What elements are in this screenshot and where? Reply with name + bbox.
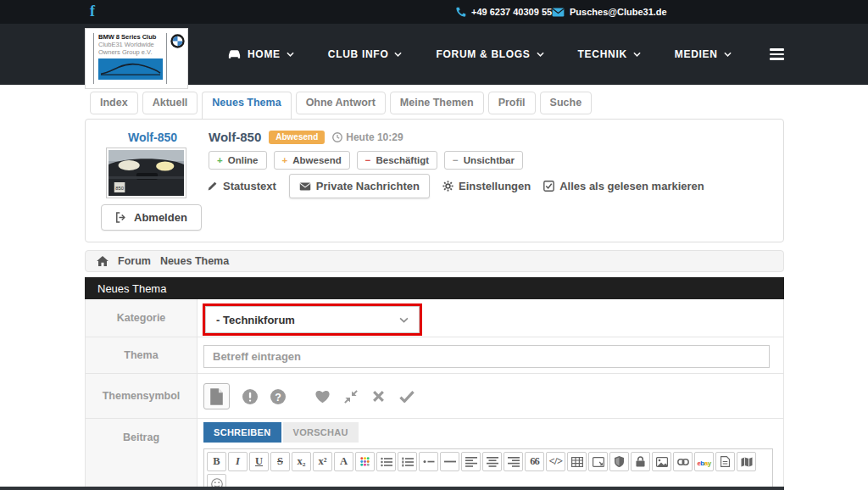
editor-tab-vorschau[interactable]: VORSCHAU [283, 422, 359, 443]
beitrag-row: Beitrag SCHREIBENVORSCHAU BIUSx₂x²A66</>… [86, 419, 783, 490]
status-button-online[interactable]: +Online [209, 151, 267, 170]
toolbar-ebay-button[interactable]: ebay [694, 452, 714, 471]
email-contact[interactable]: Pusches@Clube31.de [552, 0, 667, 24]
toolbar-color-button[interactable] [355, 452, 375, 471]
toolbar-code-button[interactable]: </> [546, 452, 565, 471]
tab-meine-themen[interactable]: Meine Themen [390, 92, 484, 114]
tab-profil[interactable]: Profil [488, 92, 536, 114]
phone-icon [456, 7, 466, 17]
thema-input[interactable] [203, 345, 770, 368]
action-label: Einstellungen [459, 180, 531, 192]
new-topic-form: Kategorie - Technikforum Thema Themens [85, 299, 784, 490]
home-icon[interactable] [97, 256, 108, 266]
times-icon [372, 390, 385, 403]
chevron-down-icon [724, 52, 732, 57]
toolbar-list-ul-button[interactable] [376, 452, 396, 471]
toolbar-bold-button[interactable]: B [207, 452, 226, 471]
tab-index[interactable]: Index [90, 92, 138, 114]
toolbar-attach-button[interactable] [715, 452, 735, 471]
avatar[interactable]: 850 [106, 148, 186, 198]
topic-symbol-check[interactable] [398, 388, 415, 404]
tab-ohne-antwort[interactable]: Ohne Antwort [296, 92, 386, 114]
list-item-icon [423, 459, 435, 465]
image-icon [656, 457, 668, 467]
thema-label: Thema [86, 337, 198, 373]
action-einstellungen[interactable]: Einstellungen [442, 180, 531, 192]
last-seen: Heute 10:29 [332, 131, 403, 143]
table-icon [571, 457, 583, 467]
toolbar-link-button[interactable] [673, 452, 693, 471]
kategorie-selected-value: - Technikforum [216, 314, 295, 326]
logout-icon [115, 212, 126, 223]
toolbar-quote-button[interactable]: 66 [525, 452, 544, 471]
action-statustext[interactable]: Statustext [207, 180, 276, 192]
question-icon: ? [270, 389, 286, 404]
beitrag-label: Beitrag [86, 419, 198, 490]
breadcrumb-item-1[interactable]: Neues Thema [160, 255, 229, 267]
breadcrumb-item-0[interactable]: Forum [118, 255, 151, 267]
file-icon [209, 388, 224, 405]
envelope-icon [299, 182, 311, 191]
section-header: Neues Thema [85, 277, 784, 299]
facebook-icon[interactable]: f [90, 3, 95, 20]
nav-item-technik[interactable]: TECHNIK [561, 48, 658, 60]
editor-toolbar: BIUSx₂x²A66</>ebay [207, 452, 770, 471]
action-alles-gelesen[interactable]: Alles als gelesen markieren [543, 180, 704, 192]
nav-item-label: HOME [248, 48, 281, 60]
nav-item-forum-blogs[interactable]: FORUM & BLOGS [419, 48, 560, 60]
status-button-unsichtbar[interactable]: −Unsichtbar [444, 151, 523, 170]
topic-symbol-picker: ? [203, 377, 771, 415]
toolbar-shield-button[interactable] [609, 452, 629, 471]
toolbar-underline-button[interactable]: U [249, 452, 269, 471]
status-button-abwesend[interactable]: +Abwesend [274, 151, 350, 170]
topic-symbol-heart[interactable] [314, 388, 331, 404]
tab-suche[interactable]: Suche [540, 92, 593, 114]
toolbar-align-center-button[interactable] [482, 452, 502, 471]
kategorie-select[interactable]: - Technikforum [205, 306, 420, 333]
toolbar-font-button[interactable]: A [334, 452, 353, 471]
status-symbol: + [217, 155, 223, 165]
profile-actions-row: StatustextPrivate NachrichtenEinstellung… [207, 174, 704, 198]
toolbar-italic-button[interactable]: I [228, 452, 248, 471]
exclamation-icon [242, 389, 258, 404]
nav-item-label: CLUB INFO [328, 48, 389, 60]
nav-item-medien[interactable]: MEDIEN [658, 48, 748, 60]
tab-neues-thema[interactable]: Neues Thema [202, 92, 291, 120]
toolbar-superscript-button[interactable]: x² [313, 452, 332, 471]
toolbar-table-button[interactable] [567, 452, 587, 471]
toolbar-horizontal-rule-button[interactable] [440, 452, 459, 471]
hamburger-menu-icon[interactable] [770, 48, 784, 63]
topic-symbol-compress[interactable] [342, 388, 359, 404]
action-private-nachrichten[interactable]: Private Nachrichten [289, 174, 430, 198]
nav-item-club-info[interactable]: CLUB INFO [311, 48, 420, 60]
user-header-row: Wolf-850 Abwesend Heute 10:29 [209, 130, 403, 144]
topic-symbol-exclamation[interactable] [242, 388, 258, 404]
status-buttons-row: +Online+Abwesend−Beschäftigt−Unsichtbar [209, 151, 523, 170]
logout-button[interactable]: Abmelden [101, 204, 202, 231]
toolbar-align-right-button[interactable] [504, 452, 523, 471]
toolbar-image-button[interactable] [652, 452, 671, 471]
phone-contact[interactable]: +49 6237 40309 55 [456, 0, 552, 24]
nav-item-home[interactable]: HOME [210, 48, 311, 60]
toolbar-list-item-button[interactable] [419, 452, 438, 471]
tab-aktuell[interactable]: Aktuell [142, 92, 198, 114]
club-logo[interactable]: BMW 8 Series Club ClubE31 Worldwide Owne… [85, 28, 188, 89]
status-button-beschaeftigt[interactable]: −Beschäftigt [357, 151, 437, 170]
toolbar-lock-button[interactable] [631, 452, 650, 471]
profile-name-link[interactable]: Wolf-850 [103, 131, 203, 144]
toolbar-align-left-button[interactable] [461, 452, 481, 471]
toolbar-list-ol-button[interactable] [398, 452, 417, 471]
toolbar-map-button[interactable] [737, 452, 756, 471]
topic-symbol-file[interactable] [203, 383, 230, 409]
horizontal-rule-icon [444, 459, 456, 464]
logout-label: Abmelden [134, 211, 187, 224]
toolbar-strike-button[interactable]: S [270, 452, 290, 471]
logo-line1: BMW 8 Series Club [98, 33, 163, 41]
topic-symbol-question[interactable]: ? [270, 388, 286, 404]
editor-tab-schreiben[interactable]: SCHREIBEN [203, 422, 281, 443]
topic-symbol-times[interactable] [370, 388, 387, 404]
toolbar-subscript-button[interactable]: x₂ [292, 452, 311, 471]
car-icon [227, 49, 242, 59]
toolbar-media-button[interactable] [588, 452, 608, 471]
ebay-icon: ebay [697, 457, 710, 467]
